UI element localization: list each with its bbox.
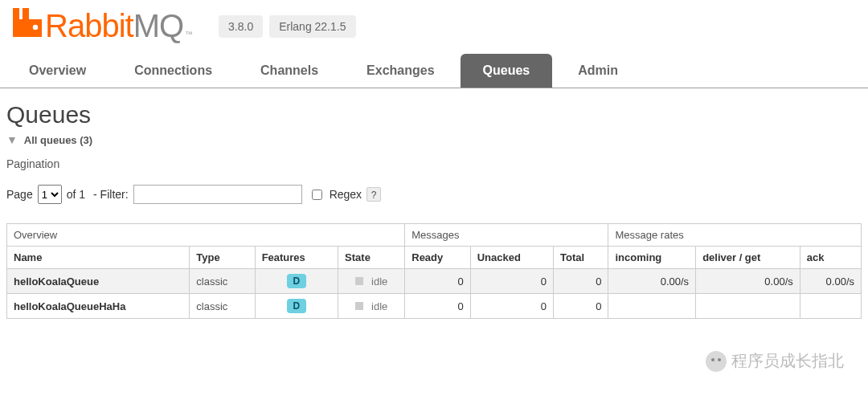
cell-ack: 0.00/s bbox=[800, 269, 861, 294]
rabbitmq-logo-icon bbox=[13, 8, 42, 37]
page-total: of 1 bbox=[67, 188, 85, 201]
pagination-controls: Page 1 of 1 - Filter: Regex ? bbox=[6, 185, 862, 204]
chevron-down-icon: ▼ bbox=[6, 133, 18, 146]
erlang-version-badge: Erlang 22.1.5 bbox=[269, 15, 355, 38]
queue-name-link[interactable]: helloKoalaQueueHaHa bbox=[14, 300, 125, 312]
rabbitmq-version-badge: 3.8.0 bbox=[219, 15, 263, 38]
page-label: Page bbox=[6, 188, 33, 201]
col-features[interactable]: Features bbox=[255, 247, 338, 269]
svg-point-3 bbox=[33, 25, 38, 30]
tab-queues[interactable]: Queues bbox=[461, 54, 553, 88]
logo[interactable]: RabbitMQ ™ bbox=[13, 8, 193, 44]
regex-help-button[interactable]: ? bbox=[366, 187, 381, 202]
queue-type: classic bbox=[190, 269, 255, 294]
state-indicator-icon bbox=[355, 277, 363, 285]
page-select[interactable]: 1 bbox=[38, 185, 62, 204]
durable-badge: D bbox=[287, 274, 307, 288]
header: RabbitMQ ™ 3.8.0 Erlang 22.1.5 bbox=[0, 0, 868, 47]
queue-type: classic bbox=[190, 294, 255, 319]
tab-exchanges[interactable]: Exchanges bbox=[344, 54, 457, 88]
page-title: Queues bbox=[6, 101, 862, 128]
cell-total: 0 bbox=[554, 269, 608, 294]
queues-table: Overview Messages Message rates Name Typ… bbox=[6, 223, 862, 319]
filter-label: - Filter: bbox=[93, 188, 129, 201]
filter-input[interactable] bbox=[133, 185, 302, 204]
queue-name-link[interactable]: helloKoalaQueue bbox=[14, 275, 99, 288]
tab-overview[interactable]: Overview bbox=[6, 54, 108, 88]
cell-ready: 0 bbox=[405, 294, 470, 319]
col-ready[interactable]: Ready bbox=[405, 247, 470, 269]
group-messages: Messages bbox=[405, 224, 608, 247]
main-tabs: OverviewConnectionsChannelsExchangesQueu… bbox=[0, 47, 868, 88]
cell-unacked: 0 bbox=[470, 294, 553, 319]
cell-unacked: 0 bbox=[470, 269, 553, 294]
tab-channels[interactable]: Channels bbox=[238, 54, 341, 88]
col-total[interactable]: Total bbox=[554, 247, 608, 269]
regex-checkbox[interactable] bbox=[312, 190, 322, 200]
cell-incoming bbox=[608, 294, 696, 319]
tab-admin[interactable]: Admin bbox=[555, 54, 641, 88]
col-ack[interactable]: ack bbox=[800, 247, 861, 269]
state-text: idle bbox=[371, 300, 387, 312]
cell-ready: 0 bbox=[405, 269, 470, 294]
col-deliver-get[interactable]: deliver / get bbox=[696, 247, 800, 269]
logo-text: RabbitMQ bbox=[45, 8, 183, 44]
cell-incoming: 0.00/s bbox=[608, 269, 696, 294]
cell-ack bbox=[800, 294, 861, 319]
tab-connections[interactable]: Connections bbox=[112, 54, 235, 88]
section-label: All queues (3) bbox=[24, 134, 92, 146]
durable-badge: D bbox=[287, 299, 307, 313]
col-name[interactable]: Name bbox=[7, 247, 190, 269]
cell-deliver-get bbox=[696, 294, 800, 319]
group-rates: Message rates bbox=[608, 224, 862, 247]
col-state[interactable]: State bbox=[338, 247, 405, 269]
col-incoming[interactable]: incoming bbox=[608, 247, 696, 269]
group-overview: Overview bbox=[7, 224, 405, 247]
state-text: idle bbox=[371, 275, 387, 288]
trademark-icon: ™ bbox=[185, 30, 193, 39]
cell-total: 0 bbox=[554, 294, 608, 319]
state-indicator-icon bbox=[355, 302, 363, 310]
col-type[interactable]: Type bbox=[190, 247, 255, 269]
table-row: helloKoalaQueueHaHaclassicDidle000 bbox=[7, 294, 862, 319]
cell-deliver-get: 0.00/s bbox=[696, 269, 800, 294]
col-unacked[interactable]: Unacked bbox=[470, 247, 553, 269]
all-queues-toggle[interactable]: ▼ All queues (3) bbox=[6, 133, 862, 146]
table-row: helloKoalaQueueclassicDidle0000.00/s0.00… bbox=[7, 269, 862, 294]
regex-label: Regex bbox=[330, 188, 362, 201]
pagination-heading: Pagination bbox=[6, 157, 862, 170]
